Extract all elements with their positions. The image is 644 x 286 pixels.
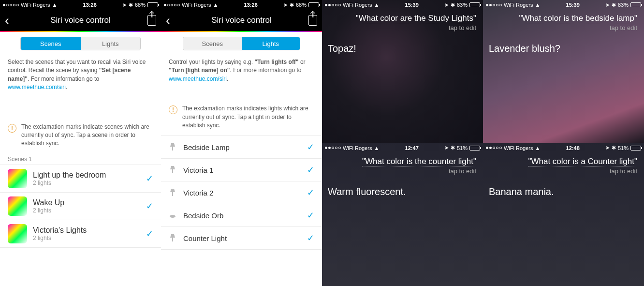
siri-answer: Lavender blush? [483,31,644,54]
back-button[interactable]: ‹ [5,13,9,28]
lamp-icon [169,234,176,242]
wifi-icon: ▲ [535,2,541,8]
battery-pct: 51% [457,145,468,151]
tap-to-edit-label[interactable]: tap to edit [483,166,644,175]
intro-text: Select the scenes that you want to recal… [0,55,161,92]
location-icon: ➤ [444,145,449,151]
status-bar: WiFi Rogers ▲ 12:47 ➤ ✱ 51% [322,143,483,153]
wifi-icon: ▲ [535,145,541,151]
tap-to-edit-label[interactable]: tap to edit [322,166,483,175]
light-row[interactable]: Counter Light ✓ [161,227,322,250]
tab-lights[interactable]: Lights [242,37,300,50]
tap-to-edit-label[interactable]: tap to edit [322,23,483,31]
clock: 12:48 [566,145,580,151]
tap-to-edit-label[interactable]: tap to edit [483,23,644,31]
battery-icon [630,146,641,151]
carrier-label: WiFi Rogers [343,2,372,8]
svg-point-0 [170,215,176,218]
clock: 13:26 [244,2,258,8]
section-header: Scenes 1 [0,154,161,165]
siri-answer: Topaz! [322,31,483,54]
scene-row[interactable]: Victoria's Lights 2 lights ✓ [0,220,161,248]
warning-row: ! The exclamation marks indicates lights… [161,98,322,135]
light-row[interactable]: Bedside Lamp ✓ [161,135,322,159]
tab-segmented-control: Scenes Lights [20,37,141,50]
lamp-icon [169,189,176,196]
back-button[interactable]: ‹ [166,13,170,28]
signal-dots-icon [164,4,180,6]
location-icon: ➤ [605,145,610,151]
siri-screen: WiFi Rogers ▲ 12:48 ➤ ✱ 51% "What color … [483,143,644,286]
nav-bar: ‹ Siri voice control [161,10,322,31]
clock: 13:26 [83,2,97,8]
scene-swatch-icon [8,196,27,216]
battery-pct: 83% [457,2,468,8]
bluetooth-icon: ✱ [290,2,294,8]
warning-text: The exclamation marks indicate scenes wh… [21,123,153,148]
check-icon: ✓ [307,187,314,198]
scene-subtitle: 2 lights [33,180,140,186]
battery-icon [630,2,641,7]
page-title: Siri voice control [0,15,161,25]
battery-pct: 83% [618,2,629,8]
signal-dots-icon [3,4,19,6]
tab-lights[interactable]: Lights [81,37,141,50]
siri-screen: WiFi Rogers ▲ 12:47 ➤ ✱ 51% "What color … [322,143,483,286]
siri-question[interactable]: "What color is the counter light" [322,153,483,166]
siri-screen: WiFi Rogers ▲ 15:39 ➤ ✱ 83% "What color … [483,0,644,143]
bluetooth-icon: ✱ [612,2,616,8]
lamp-icon [169,143,176,151]
siri-column-1: WiFi Rogers ▲ 15:39 ➤ ✱ 83% "What color … [322,0,483,286]
light-row[interactable]: Victoria 1 ✓ [161,159,322,181]
carrier-label: WiFi Rogers [504,2,533,8]
check-icon: ✓ [307,142,314,152]
help-link[interactable]: www.meethue.com/siri [8,84,66,90]
wifi-icon: ▲ [213,2,219,8]
light-list: Bedside Lamp ✓ Victoria 1 ✓ Victoria 2 ✓… [161,135,322,250]
wifi-icon: ▲ [52,2,58,8]
siri-question[interactable]: "What color are the Study Lights" [322,10,483,23]
share-button[interactable] [147,15,156,26]
siri-answer: Banana mania. [483,175,644,197]
hue-panel-lights: WiFi Rogers ▲ 13:26 ➤ ✱ 68% ‹ Siri voice… [161,0,322,286]
tab-scenes[interactable]: Scenes [183,37,242,50]
light-name: Bedside Orb [183,211,300,220]
siri-column-2: WiFi Rogers ▲ 15:39 ➤ ✱ 83% "What color … [483,0,644,286]
intro-text: Control your lights by saying e.g. "Turn… [161,55,322,83]
siri-question[interactable]: "What color is the bedside lamp" [483,10,644,23]
carrier-label: WiFi Rogers [504,145,533,151]
page-title: Siri voice control [161,15,322,25]
lamp-icon [169,166,176,174]
bluetooth-icon: ✱ [451,145,455,151]
siri-screen: WiFi Rogers ▲ 15:39 ➤ ✱ 83% "What color … [322,0,483,143]
wifi-icon: ▲ [374,2,380,8]
help-link[interactable]: www.meethue.com/siri [169,75,227,82]
location-icon: ➤ [605,2,610,8]
check-icon: ✓ [146,173,153,184]
signal-dots-icon [325,4,341,6]
clock: 15:39 [405,2,419,8]
status-bar: WiFi Rogers ▲ 15:39 ➤ ✱ 83% [483,0,644,10]
battery-icon [469,2,480,7]
status-bar: WiFi Rogers ▲ 15:39 ➤ ✱ 83% [322,0,483,10]
location-icon: ➤ [444,2,449,8]
siri-question[interactable]: "What color is a Counter light" [483,153,644,166]
scene-row[interactable]: Light up the bedroom 2 lights ✓ [0,165,161,193]
wifi-icon: ▲ [374,145,380,151]
location-icon: ➤ [283,2,288,8]
bluetooth-icon: ✱ [451,2,455,8]
share-button[interactable] [308,15,317,26]
scene-swatch-icon [8,224,27,243]
hue-panel-scenes: WiFi Rogers ▲ 13:26 ➤ ✱ 68% ‹ Siri voice… [0,0,161,286]
orb-icon [169,212,176,219]
signal-dots-icon [325,147,341,149]
light-row[interactable]: Victoria 2 ✓ [161,181,322,204]
check-icon: ✓ [307,233,314,243]
battery-pct: 51% [618,145,629,151]
scene-list: Light up the bedroom 2 lights ✓ Wake Up … [0,165,161,248]
bluetooth-icon: ✱ [129,2,133,8]
battery-icon [308,2,319,7]
tab-scenes[interactable]: Scenes [21,37,81,50]
light-row[interactable]: Bedside Orb ✓ [161,204,322,227]
scene-row[interactable]: Wake Up 2 lights ✓ [0,193,161,220]
